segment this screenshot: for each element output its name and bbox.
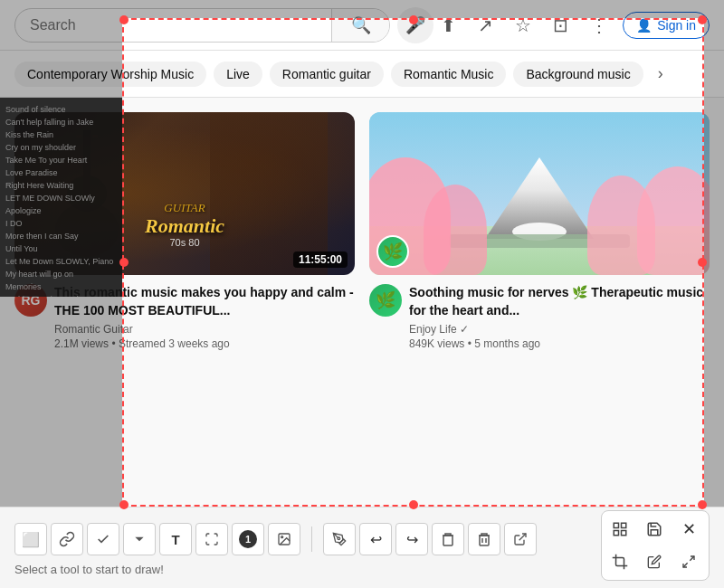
resize-icon: [205, 532, 219, 546]
thumbnail-nature: 🌿: [369, 112, 710, 275]
search-input[interactable]: [15, 17, 331, 33]
mic-button[interactable]: 🎤: [397, 7, 433, 43]
share-button[interactable]: ↗: [471, 7, 500, 43]
avatar-nature: 🌿: [369, 284, 402, 317]
upload-button[interactable]: ⬆: [433, 7, 463, 43]
track-item: Take Me To your Heart: [5, 154, 117, 166]
track-item: Let Me Down SLOWLY, Piano: [5, 255, 117, 268]
channel-guitar: Romantic Guitar: [54, 323, 355, 336]
svg-rect-17: [622, 531, 626, 536]
clear-icon: [478, 532, 491, 546]
chip-romantic-music[interactable]: Romantic Music: [391, 62, 507, 87]
panel-expand-btn[interactable]: [674, 547, 703, 576]
track-item: Love Paradise: [5, 166, 117, 179]
svg-rect-9: [443, 536, 452, 545]
sign-in-button[interactable]: 👤 Sign in: [623, 12, 710, 39]
pen2-icon: [647, 555, 662, 569]
right-panel: ✕: [601, 510, 710, 581]
video-title-nature: Soothing music for nerves 🌿 Therapeutic …: [409, 284, 710, 319]
clear-btn[interactable]: [468, 523, 500, 555]
image-icon: [277, 532, 291, 546]
filter-bar: Contemporary Worship Music Live Romantic…: [0, 51, 724, 98]
track-item: Can't help falling in Jake: [5, 116, 117, 128]
search-icon: 🔍: [351, 15, 371, 35]
expand-icon: [681, 555, 696, 569]
check-icon: [96, 532, 110, 546]
chip-live[interactable]: Live: [214, 62, 262, 87]
channel-icon-nature: 🌿: [376, 235, 409, 268]
crop-icon: [612, 554, 628, 570]
panel-crop-btn[interactable]: [605, 547, 634, 576]
svg-line-13: [519, 534, 526, 540]
dropdown-tool-btn[interactable]: [123, 523, 156, 555]
svg-rect-15: [622, 523, 626, 527]
search-bar: 🔍: [14, 8, 390, 43]
cherry-mid-right: [587, 175, 655, 275]
cherry-mid-left: [424, 185, 487, 275]
link-icon: [59, 531, 75, 547]
person-bg: [210, 112, 328, 275]
svg-point-8: [338, 537, 340, 540]
main-area: 🔍 🎤 ⬆ ↗ ☆ ⊡ ⋮ 👤 Sign in Contemporary Wor…: [0, 0, 724, 588]
rectangle-tool-btn[interactable]: ⬜: [14, 523, 47, 555]
panel-save-btn[interactable]: [640, 515, 669, 544]
save-icon: [646, 521, 662, 537]
more-button[interactable]: ⋮: [583, 7, 615, 43]
user-icon: 👤: [636, 18, 652, 33]
layout-icon: [612, 521, 628, 537]
duration-badge: 11:55:00: [293, 251, 348, 268]
track-item: Nothing's going to change...: [5, 293, 117, 297]
link-tool-btn[interactable]: [51, 523, 83, 555]
panel-close-btn[interactable]: ✕: [674, 515, 703, 544]
svg-rect-14: [614, 523, 618, 527]
image-tool-btn[interactable]: [268, 523, 300, 555]
number-tool-btn[interactable]: 1: [232, 523, 264, 555]
chip-romantic-guitar[interactable]: Romantic guitar: [270, 62, 384, 87]
layout-button[interactable]: ⊡: [546, 7, 576, 43]
track-item: Cry on my shoulder: [5, 141, 117, 154]
svg-point-7: [281, 536, 283, 538]
mic-icon: 🎤: [405, 15, 425, 35]
guitar-title: Romantic: [145, 215, 224, 237]
bookmark-button[interactable]: ☆: [508, 7, 538, 43]
video-card-nature[interactable]: 🌿 🌿 Soothing music for nerves 🌿 Therapeu…: [369, 112, 710, 492]
chip-arrow-right[interactable]: ›: [651, 61, 671, 87]
guitar-subtitle: 70s 80: [145, 237, 224, 248]
annotation-toolbar: ⬜ T: [0, 507, 724, 588]
thumb-nature-bg: 🌿: [369, 112, 710, 275]
delete-btn[interactable]: [432, 523, 464, 555]
redo-btn[interactable]: ↪: [395, 523, 428, 555]
svg-rect-10: [480, 536, 489, 545]
chip-contemporary-worship[interactable]: Contemporary Worship Music: [14, 62, 206, 87]
toolbar-divider: [311, 526, 312, 552]
track-item: Until You: [5, 242, 117, 255]
resize-tool-btn[interactable]: [195, 523, 228, 555]
video-text-nature: Soothing music for nerves 🌿 Therapeutic …: [409, 284, 710, 350]
dropdown-icon: [133, 533, 146, 545]
guitar-overlay-text: GUITAR Romantic 70s 80: [145, 201, 224, 248]
meta-nature: 849K views • 5 months ago: [409, 337, 710, 350]
track-item: Memories: [5, 280, 117, 293]
panel-layout-btn[interactable]: [605, 515, 634, 544]
track-item: I DO: [5, 217, 117, 230]
header-right: ⬆ ↗ ☆ ⊡ ⋮ 👤 Sign in: [433, 7, 710, 43]
svg-line-19: [683, 563, 688, 567]
search-button[interactable]: 🔍: [331, 8, 389, 43]
export-icon: [513, 532, 528, 546]
track-item: More then I can Say: [5, 230, 117, 242]
check-tool-btn[interactable]: [87, 523, 119, 555]
pen-icon: [332, 532, 347, 546]
guitar-label: GUITAR: [145, 201, 224, 215]
text-tool-btn[interactable]: T: [159, 523, 192, 555]
track-item: Right Here Waiting: [5, 179, 117, 192]
pen-tool-btn[interactable]: [323, 523, 356, 555]
panel-pen-btn[interactable]: [640, 547, 669, 576]
meta-guitar: 2.1M views • Streamed 3 weeks ago: [54, 337, 355, 350]
undo-btn[interactable]: ↩: [359, 523, 392, 555]
channel-nature: Enjoy Life ✓: [409, 323, 710, 336]
header: 🔍 🎤 ⬆ ↗ ☆ ⊡ ⋮ 👤 Sign in: [0, 0, 724, 51]
track-item: My heart will go on: [5, 268, 117, 280]
video-info-nature: 🌿 Soothing music for nerves 🌿 Therapeuti…: [369, 275, 710, 350]
export-btn[interactable]: [504, 523, 537, 555]
chip-background-music[interactable]: Background music: [513, 62, 643, 87]
